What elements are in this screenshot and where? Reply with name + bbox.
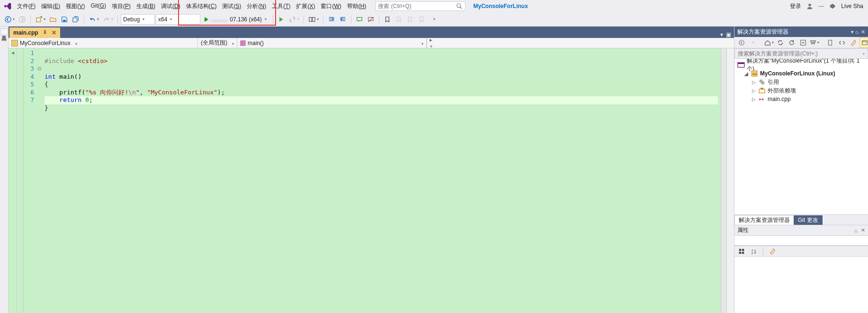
login-link[interactable]: 登录 [790, 2, 801, 10]
properties-combo[interactable] [734, 235, 868, 246]
tree-main-cpp-node[interactable]: ▷ ++ main.cpp [734, 95, 868, 103]
tab-git-changes[interactable]: Git 更改 [794, 215, 823, 225]
expander-icon[interactable]: ▷ [752, 88, 756, 93]
sln-fwd-button[interactable] [748, 37, 758, 48]
indent-button[interactable] [338, 14, 348, 25]
menu-item[interactable]: 文件(F) [14, 0, 38, 12]
sln-preview-button[interactable] [859, 37, 868, 48]
new-project-button[interactable] [34, 14, 47, 25]
user-icon[interactable] [806, 2, 814, 10]
outdent-button[interactable] [326, 14, 337, 25]
menu-item[interactable]: 调试(D) [158, 0, 183, 12]
sln-sync-button[interactable] [775, 37, 786, 48]
editor-splitter[interactable] [721, 48, 726, 313]
window-minimize[interactable]: — [818, 3, 824, 9]
menu-item[interactable]: 生成(B) [134, 0, 158, 12]
nav-fwd-button[interactable] [17, 14, 27, 25]
global-search-input[interactable] [378, 3, 456, 9]
code-area[interactable]: #include <cstdio> int main() { printf("%… [43, 48, 721, 313]
svg-rect-31 [739, 251, 741, 253]
expander-icon[interactable]: ◢ [744, 71, 749, 76]
sln-collapse-button[interactable] [798, 37, 808, 48]
menu-item[interactable]: 帮助(H) [344, 0, 369, 12]
properties-title[interactable]: 属性 ⏢ ✕ [734, 225, 868, 235]
prop-categorized-button[interactable] [736, 246, 747, 257]
sln-properties-button[interactable] [848, 37, 859, 48]
solution-explorer-search-input[interactable] [738, 50, 863, 57]
liveshare-icon[interactable] [829, 2, 836, 10]
line-numbers: 1234567 [24, 48, 36, 313]
menu-item[interactable]: 视图(V) [63, 0, 88, 12]
tree-solution-node[interactable]: 解决方案"MyConsoleForLinux"(1 个项目/共 1 个) [734, 61, 868, 69]
toolbar-overflow-button[interactable] [429, 14, 439, 25]
panel-close-icon[interactable]: ✕ [861, 29, 865, 35]
panel-close-icon[interactable]: ✕ [861, 227, 865, 233]
menu-item[interactable]: 测试(S) [219, 0, 244, 12]
svg-point-0 [457, 4, 461, 8]
document-tab-main[interactable]: main.cpp ✕ [9, 28, 60, 38]
solution-explorer-title: 解决方案资源管理器 [737, 28, 788, 36]
solution-explorer-search[interactable]: ▾ [734, 48, 868, 59]
menu-item[interactable]: 体系结构(C) [183, 0, 220, 12]
editor-scrollbar[interactable] [726, 48, 734, 313]
panel-pin-icon[interactable]: ⏢ [856, 29, 859, 35]
panel-menu-icon[interactable]: ▾ [851, 29, 854, 35]
nav-scope-combo[interactable]: MyConsoleForLinux [9, 38, 198, 48]
pin-icon[interactable] [41, 29, 49, 37]
uncomment-button[interactable] [366, 14, 376, 25]
expander-icon[interactable]: ▷ [752, 97, 756, 102]
hot-reload-button[interactable] [287, 14, 301, 25]
global-search[interactable] [376, 1, 465, 11]
tab-solution-explorer[interactable]: 解决方案资源管理器 [734, 215, 794, 225]
sln-filter-button[interactable] [809, 37, 820, 48]
menu-item[interactable]: 扩展(X) [293, 0, 318, 12]
menu-item[interactable]: Git(G) [88, 0, 109, 12]
comment-button[interactable] [354, 14, 365, 25]
platform-combo[interactable]: x64 [156, 14, 200, 25]
solution-explorer-titlebar[interactable]: 解决方案资源管理器 ▾ ⏢ ✕ [734, 27, 868, 37]
code-editor[interactable]: ◂ 1234567 ⊟ #include <cstdio> int main()… [9, 48, 734, 313]
undo-button[interactable] [87, 14, 100, 25]
start-without-debug-button[interactable] [276, 14, 286, 25]
doc-maximize-icon[interactable]: ▣ [726, 31, 731, 38]
start-debug-button[interactable]: .......... 07.136 (x64) ▾ [201, 14, 270, 25]
nav-back-button[interactable] [3, 14, 16, 25]
save-all-button[interactable] [71, 14, 81, 25]
sln-refresh-button[interactable] [787, 37, 797, 48]
tree-external-deps-node[interactable]: ▷ 外部依赖项 [734, 86, 868, 95]
redo-button[interactable] [101, 14, 115, 25]
doc-dropdown-icon[interactable]: ▾ [720, 31, 723, 38]
save-button[interactable] [59, 14, 70, 25]
sln-home-button[interactable] [764, 37, 774, 48]
close-icon[interactable]: ✕ [52, 29, 56, 36]
liveshare-label[interactable]: Live Sha [841, 3, 863, 9]
menu-item[interactable]: 分析(N) [244, 0, 269, 12]
prop-wrench-button[interactable] [767, 246, 778, 257]
bookmark-next-button[interactable] [405, 14, 415, 25]
panel-pin-icon[interactable]: ⏢ [855, 228, 858, 233]
prop-alpha-button[interactable]: AZ [749, 246, 759, 257]
menu-item[interactable]: 工具(T) [269, 0, 293, 12]
bookmark-clear-button[interactable] [416, 14, 427, 25]
properties-grid[interactable] [734, 256, 868, 313]
menu-item[interactable]: 窗口(W) [318, 0, 344, 12]
solution-tree[interactable]: 解决方案"MyConsoleForLinux"(1 个项目/共 1 个) ◢ +… [734, 59, 868, 214]
expander-icon[interactable]: ▷ [752, 80, 756, 85]
config-combo[interactable]: Debug [121, 14, 155, 25]
sln-viewcode-button[interactable] [837, 37, 847, 48]
bookmark-button[interactable] [382, 14, 393, 25]
nav-context-combo[interactable]: (全局范围) [198, 38, 237, 48]
sln-back-button[interactable] [736, 37, 747, 48]
nav-member-combo[interactable]: main() [237, 38, 427, 48]
tree-references-node[interactable]: ▷ 引用 [734, 78, 868, 86]
toggle-file-browser-button[interactable] [307, 14, 320, 25]
sln-showall-button[interactable] [825, 37, 836, 48]
fold-gutter[interactable]: ⊟ [36, 48, 43, 313]
toolbox-tab[interactable]: 工具箱 [0, 28, 8, 35]
open-file-button[interactable] [48, 14, 58, 25]
bookmark-prev-button[interactable] [394, 14, 404, 25]
split-toggle-icon[interactable]: ▸+ [427, 38, 435, 48]
editor-left-toggle[interactable]: ◂ [9, 48, 17, 313]
menu-item[interactable]: 项目(P) [109, 0, 134, 12]
menu-item[interactable]: 编辑(E) [38, 0, 63, 12]
